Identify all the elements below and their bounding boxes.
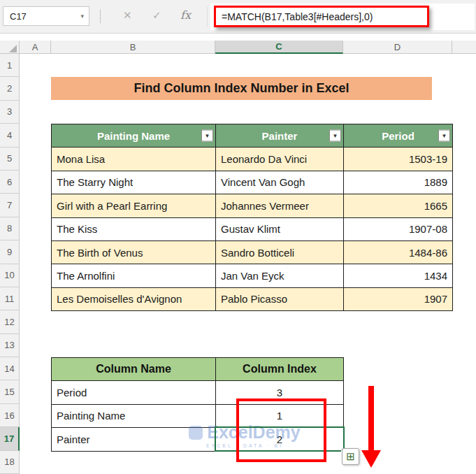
header-label: Period	[382, 130, 414, 142]
column-header-d[interactable]: D	[343, 41, 452, 54]
row-headers: 1 2 3 4 5 6 7 8 9 10 11 12 13 14 15 16 1…	[0, 54, 20, 474]
cell-b5[interactable]: Mona Lisa	[52, 148, 216, 171]
cell-b11[interactable]: Les Demoiselles d'Avignon	[52, 288, 216, 311]
paintings-table: Painting Name ▼ Painter ▼ Period ▼ Mona …	[51, 124, 453, 311]
paintings-header-painter[interactable]: Painter ▼	[216, 124, 344, 148]
cell-b8[interactable]: The Kiss	[52, 218, 216, 241]
row-header-13[interactable]: 13	[0, 334, 20, 357]
title-banner[interactable]: Find Column Index Number in Excel	[51, 77, 432, 100]
formula-text[interactable]: =MATCH(B17,Table3[#Headers],0)	[216, 11, 373, 22]
cell-b17[interactable]: Painter	[52, 428, 216, 451]
row-header-10[interactable]: 10	[0, 264, 20, 287]
column-header-c[interactable]: C	[215, 41, 343, 54]
row-header-14[interactable]: 14	[0, 357, 20, 380]
cell-c17[interactable]: 2	[216, 428, 344, 451]
cell-d5[interactable]: 1503-19	[344, 148, 453, 171]
filter-dropdown-button[interactable]: ▼	[329, 130, 341, 142]
row-header-18[interactable]: 18	[0, 451, 20, 474]
index-header-column-name[interactable]: Column Name	[52, 358, 216, 381]
cell-b9[interactable]: The Birth of Venus	[52, 241, 216, 264]
formula-bar-grip	[100, 10, 101, 23]
cell-c16[interactable]: 1	[216, 405, 344, 428]
header-label: Painter	[262, 130, 298, 142]
cell-d9[interactable]: 1484-86	[344, 241, 453, 264]
name-box[interactable]: C17 ▾	[3, 6, 89, 26]
row-header-12[interactable]: 12	[0, 310, 20, 333]
row-header-15[interactable]: 15	[0, 380, 20, 403]
cell-d11[interactable]: 1907	[344, 288, 453, 311]
cell-c9[interactable]: Sandro Botticeli	[216, 241, 344, 264]
row-header-17[interactable]: 17	[0, 427, 20, 450]
paintings-header-painting-name[interactable]: Painting Name ▼	[52, 124, 216, 148]
filter-dropdown-button[interactable]: ▼	[201, 130, 213, 142]
row-header-2[interactable]: 2	[0, 77, 20, 100]
cell-c5[interactable]: Leonardo Da Vinci	[216, 148, 344, 171]
column-header-a[interactable]: A	[20, 41, 51, 54]
cell-b7[interactable]: Girl with a Pearl Earring	[52, 194, 216, 217]
header-label: Painting Name	[97, 130, 170, 142]
formula-annotation-box: =MATCH(B17,Table3[#Headers],0)	[214, 6, 429, 27]
index-table: Column Name Column Index Period 3 Painti…	[51, 357, 344, 452]
cell-b10[interactable]: The Arnolfini	[52, 264, 216, 287]
caret-down-icon: ▼	[205, 133, 210, 138]
name-box-dropdown-icon[interactable]: ▾	[80, 13, 84, 20]
excel-window: C17 ▾ ✕ ✓ fx =MATCH(B17,Table3[#Headers]…	[0, 0, 476, 474]
cell-d7[interactable]: 1665	[344, 194, 453, 217]
down-arrow-annotation	[361, 386, 382, 468]
caret-down-icon: ▼	[442, 133, 447, 138]
row-header-7[interactable]: 7	[0, 194, 20, 217]
row-header-3[interactable]: 3	[0, 101, 20, 124]
select-all-triangle-icon	[9, 45, 17, 52]
cell-c8[interactable]: Gustav Klimt	[216, 218, 344, 241]
insert-function-icon[interactable]: fx	[180, 8, 191, 22]
row-header-5[interactable]: 5	[0, 148, 20, 171]
formula-bar-divider	[207, 7, 208, 27]
cell-c7[interactable]: Johannes Vermeer	[216, 194, 344, 217]
row-header-6[interactable]: 6	[0, 171, 20, 194]
paintings-header-period[interactable]: Period ▼	[344, 124, 453, 148]
row-header-4[interactable]: 4	[0, 124, 20, 147]
autofill-grid-icon: ⊞	[346, 450, 355, 463]
cell-c10[interactable]: Jan Van Eyck	[216, 264, 344, 287]
cell-c11[interactable]: Pablo Picasso	[216, 288, 344, 311]
cell-d6[interactable]: 1889	[344, 171, 453, 194]
cell-b15[interactable]: Period	[52, 381, 216, 404]
cancel-icon[interactable]: ✕	[123, 9, 132, 22]
cell-c15[interactable]: 3	[216, 381, 344, 404]
autofill-options-button[interactable]: ⊞	[342, 448, 359, 465]
row-header-9[interactable]: 9	[0, 240, 20, 264]
column-header-b[interactable]: B	[51, 41, 215, 54]
cell-c6[interactable]: Vincent Van Gogh	[216, 171, 344, 194]
formula-bar: C17 ▾ ✕ ✓ fx =MATCH(B17,Table3[#Headers]…	[0, 0, 476, 34]
header-label: Column Index	[243, 363, 317, 375]
header-label: Column Name	[96, 363, 171, 375]
caret-down-icon: ▼	[333, 133, 338, 138]
cell-b6[interactable]: The Starry Night	[52, 171, 216, 194]
index-header-column-index[interactable]: Column Index	[216, 358, 344, 381]
cell-d8[interactable]: 1907-08	[344, 218, 453, 241]
column-headers: A B C D	[0, 41, 476, 54]
name-box-value: C17	[3, 11, 27, 22]
row-header-16[interactable]: 16	[0, 404, 20, 427]
cell-d10[interactable]: 1434	[344, 264, 453, 287]
enter-icon[interactable]: ✓	[152, 9, 161, 22]
row-header-8[interactable]: 8	[0, 217, 20, 240]
row-header-11[interactable]: 11	[0, 287, 20, 310]
cell-b16[interactable]: Painting Name	[52, 405, 216, 428]
formula-input-area[interactable]: =MATCH(B17,Table3[#Headers],0)	[210, 3, 475, 30]
row-header-1[interactable]: 1	[0, 54, 20, 77]
page-title: Find Column Index Number in Excel	[134, 81, 349, 96]
filter-dropdown-button[interactable]: ▼	[438, 130, 450, 142]
select-all-button[interactable]	[0, 41, 20, 54]
